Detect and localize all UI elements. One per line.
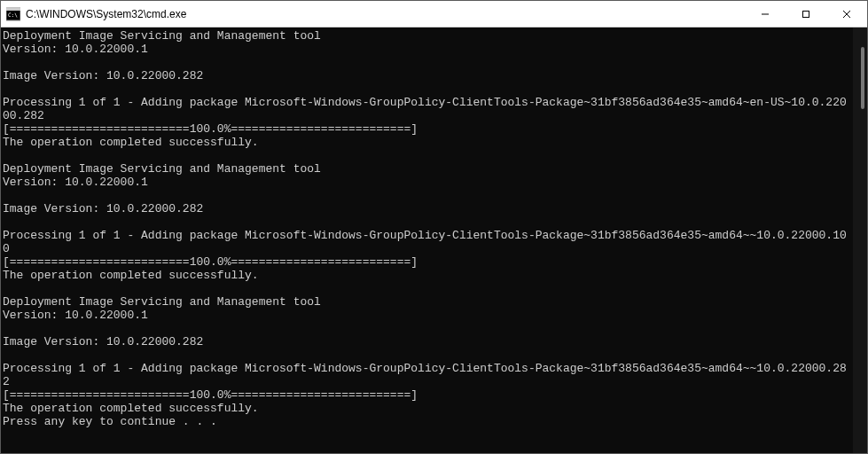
titlebar[interactable]: C:\ C:\WINDOWS\System32\cmd.exe (1, 1, 867, 27)
svg-rect-4 (803, 11, 809, 17)
cmd-window: C:\ C:\WINDOWS\System32\cmd.exe Deployme… (0, 0, 868, 454)
scrollbar-thumb[interactable] (861, 47, 864, 109)
svg-rect-1 (6, 8, 20, 11)
terminal-area: Deployment Image Servicing and Managemen… (1, 27, 867, 453)
scrollbar[interactable] (853, 27, 867, 453)
window-title: C:\WINDOWS\System32\cmd.exe (26, 8, 745, 20)
terminal-output[interactable]: Deployment Image Servicing and Managemen… (1, 27, 853, 453)
close-button[interactable] (826, 1, 867, 27)
maximize-button[interactable] (786, 1, 826, 27)
svg-text:C:\: C:\ (8, 12, 18, 18)
minimize-button[interactable] (745, 1, 786, 27)
cmd-icon: C:\ (6, 7, 20, 21)
window-controls (745, 1, 867, 27)
